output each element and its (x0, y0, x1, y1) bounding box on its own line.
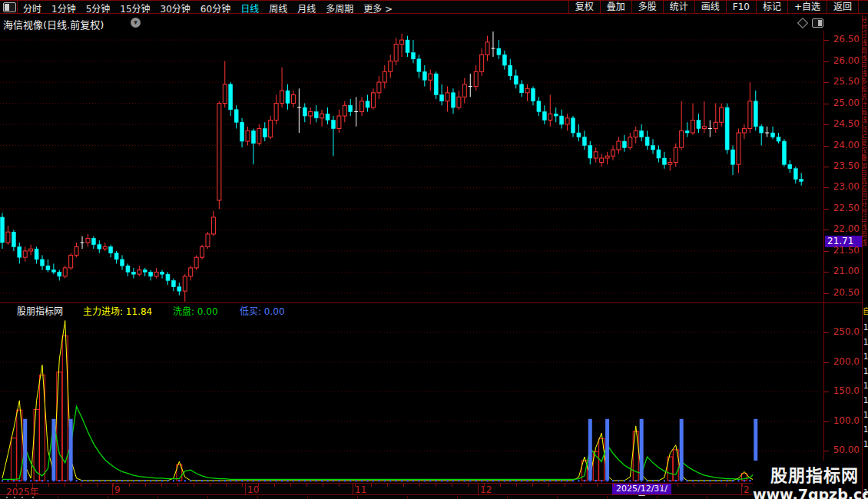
price-tick (824, 82, 829, 83)
price-tick (824, 124, 829, 125)
date-tick (581, 484, 581, 487)
price-label-24.00: 24.00 (833, 140, 860, 150)
date-tick (532, 484, 533, 487)
price-tick (824, 230, 829, 230)
bottom-row-tick (357, 496, 358, 499)
date-tick (113, 484, 114, 487)
bottom-row-tick (507, 496, 508, 499)
date-tick (387, 484, 388, 487)
period-tab-5分钟[interactable]: 5分钟 (86, 2, 111, 15)
price-axis: 21.71 26.5026.0025.5025.0024.5024.0023.5… (823, 31, 862, 483)
date-tick (645, 484, 646, 487)
bottom-row-tick (557, 496, 558, 499)
date-tick (226, 484, 227, 487)
period-tab-更多 >[interactable]: 更多 > (363, 2, 393, 15)
right-strip-item: 1 (863, 367, 868, 375)
date-tick (565, 484, 565, 487)
stock-app-window: 分时1分钟5分钟15分钟30分钟60分钟日线周线月线多周期更多 > 复权叠加多股… (0, 0, 868, 499)
price-tick (824, 293, 829, 294)
price-tick (824, 40, 829, 41)
toolbar-button-返回[interactable]: 返回 (827, 1, 859, 13)
date-tick (403, 484, 404, 487)
price-label-24.50: 24.50 (833, 118, 860, 129)
indicator-chart[interactable] (0, 316, 823, 483)
period-tab-月线[interactable]: 月线 (297, 2, 316, 15)
bottom-row-tick (157, 496, 158, 499)
panel-divider[interactable] (0, 302, 862, 303)
toolbar-button-标记[interactable]: 标记 (756, 1, 787, 13)
month-boundary-tick (112, 484, 113, 494)
date-tick (323, 484, 323, 487)
price-label-26.00: 26.00 (833, 55, 860, 66)
toolbar-button-F10[interactable]: F10 (726, 1, 756, 13)
date-axis: 2025/12/31/三 2025年91011122 (0, 483, 868, 495)
diamond-icon[interactable] (797, 18, 808, 28)
right-strip-item: 1 (863, 411, 868, 419)
bottom-row-tick (457, 496, 458, 499)
price-label-25.00: 25.00 (833, 97, 860, 108)
price-label-22.50: 22.50 (833, 203, 860, 213)
price-label-20.50: 20.50 (833, 287, 860, 298)
month-boundary-tick (353, 484, 353, 494)
main-candlestick-chart[interactable] (0, 31, 823, 302)
price-tick (824, 209, 829, 210)
toolbar-button-画线[interactable]: 画线 (694, 1, 726, 13)
date-tick (81, 484, 81, 487)
pane-toggle-icon[interactable] (812, 18, 823, 28)
price-tick (824, 61, 829, 62)
toolbar-button-统计[interactable]: 统计 (663, 1, 694, 13)
bottom-row-tick (257, 496, 258, 499)
period-tab-日线[interactable]: 日线 (240, 2, 259, 15)
bottom-row-tick (607, 496, 608, 499)
date-tick (468, 484, 469, 487)
bottom-row-mark (32, 497, 34, 498)
period-tab-分时[interactable]: 分时 (23, 2, 41, 15)
date-tick (613, 484, 614, 487)
title-bar: 海信视像(日线.前复权) ▾ (0, 15, 862, 31)
date-tick (548, 484, 549, 487)
watermark-url: www.7gpzb.com (753, 486, 860, 499)
bottom-row-tick (307, 496, 308, 499)
period-tab-60分钟[interactable]: 60分钟 (200, 2, 230, 15)
bottom-row-tick (657, 496, 658, 499)
period-tab-30分钟[interactable]: 30分钟 (161, 2, 190, 15)
date-tick (161, 484, 162, 487)
toolbar-separator (17, 1, 18, 13)
right-strip-item: 1 (863, 338, 868, 346)
period-tab-1分钟[interactable]: 1分钟 (51, 2, 76, 15)
layout-toggle-icon[interactable] (3, 2, 16, 12)
toolbar-right-buttons: 复权叠加多股统计画线F10标记+自选返回 (568, 1, 859, 13)
date-label-9: 9 (114, 484, 121, 495)
bottom-row-tick (207, 496, 208, 499)
price-tick (824, 187, 829, 188)
date-tick (371, 484, 372, 487)
toolbar-button-+自选[interactable]: +自选 (787, 1, 827, 13)
date-tick (339, 484, 340, 487)
price-tick (824, 272, 829, 273)
date-tick (742, 484, 743, 487)
indicator-source-label: 股朋指标网 (17, 304, 63, 317)
sub-axis-label-50: 50.00 (833, 444, 860, 455)
date-tick (145, 484, 146, 487)
right-strip-item: 1 (863, 440, 868, 448)
price-label-21.50: 21.50 (833, 245, 860, 256)
date-tick (242, 484, 243, 487)
date-tick (597, 484, 598, 487)
price-tick (824, 104, 829, 104)
date-tick (694, 484, 694, 487)
date-label-2: 2 (744, 484, 750, 495)
chevron-down-icon[interactable]: ▾ (131, 18, 141, 28)
period-tab-周线[interactable]: 周线 (269, 2, 287, 15)
period-toolbar: 分时1分钟5分钟15分钟30分钟60分钟日线周线月线多周期更多 > 复权叠加多股… (0, 0, 868, 14)
date-tick (306, 484, 307, 487)
toolbar-button-叠加[interactable]: 叠加 (600, 1, 631, 13)
price-tick (824, 146, 829, 147)
toolbar-button-多股[interactable]: 多股 (631, 1, 663, 13)
price-label-23.00: 23.00 (833, 181, 860, 192)
period-tab-15分钟[interactable]: 15分钟 (120, 2, 150, 15)
bottom-partial-row (0, 496, 868, 499)
date-tick (48, 484, 49, 487)
sub-axis-tick (824, 332, 829, 333)
period-tab-多周期[interactable]: 多周期 (326, 2, 353, 15)
toolbar-button-复权[interactable]: 复权 (568, 1, 600, 13)
